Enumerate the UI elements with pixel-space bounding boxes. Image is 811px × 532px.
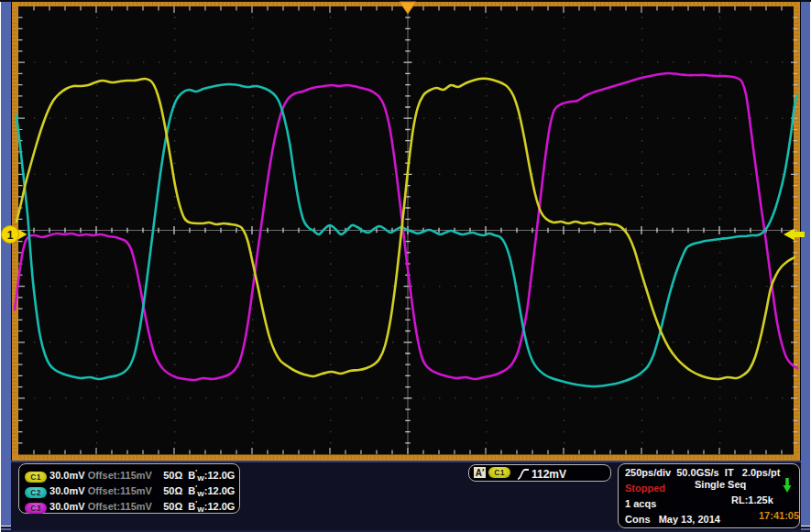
- svg-text:1: 1: [7, 229, 14, 242]
